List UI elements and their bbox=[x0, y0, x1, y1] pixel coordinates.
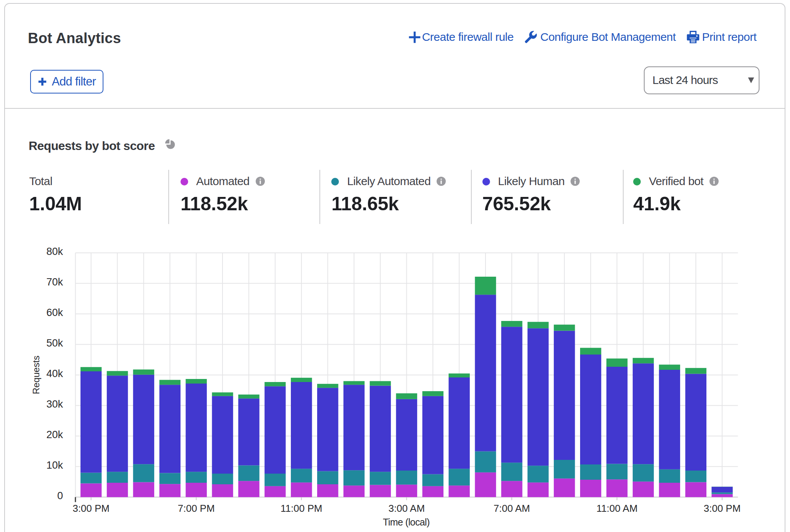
svg-text:7:00 AM: 7:00 AM bbox=[493, 503, 530, 514]
svg-text:11:00 PM: 11:00 PM bbox=[281, 503, 322, 514]
svg-text:Time (local): Time (local) bbox=[383, 517, 429, 527]
svg-text:3:00 PM: 3:00 PM bbox=[73, 503, 110, 514]
svg-text:40k: 40k bbox=[46, 368, 63, 379]
svg-text:3:00 PM: 3:00 PM bbox=[704, 503, 741, 514]
svg-text:20k: 20k bbox=[46, 429, 63, 440]
svg-text:3:00 AM: 3:00 AM bbox=[389, 503, 425, 514]
svg-text:70k: 70k bbox=[46, 276, 63, 288]
svg-text:30k: 30k bbox=[46, 398, 63, 410]
svg-text:Requests: Requests bbox=[31, 356, 41, 394]
svg-text:60k: 60k bbox=[46, 307, 63, 318]
svg-text:0: 0 bbox=[57, 490, 63, 501]
svg-text:10k: 10k bbox=[46, 459, 63, 471]
svg-text:50k: 50k bbox=[46, 337, 63, 349]
svg-text:80k: 80k bbox=[46, 246, 63, 257]
svg-text:11:00 AM: 11:00 AM bbox=[597, 503, 638, 514]
svg-text:7:00 PM: 7:00 PM bbox=[178, 503, 215, 514]
